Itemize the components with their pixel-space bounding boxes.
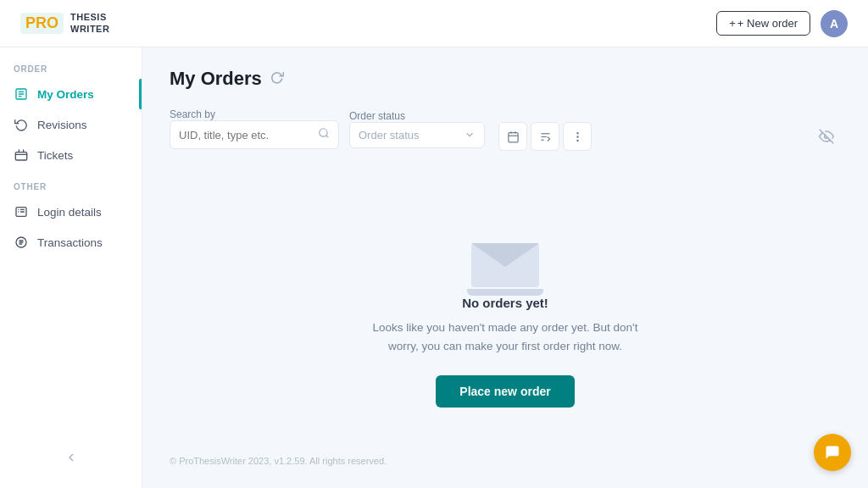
sidebar-item-revisions[interactable]: Revisions — [0, 109, 142, 140]
layout: ORDER My Orders Revisions — [0, 47, 868, 488]
calendar-icon-button[interactable] — [498, 122, 527, 151]
empty-description: Looks like you haven't made any order ye… — [361, 319, 649, 355]
avatar[interactable]: A — [821, 10, 848, 37]
empty-state: No orders yet! Looks like you haven't ma… — [170, 168, 841, 442]
tickets-icon — [14, 147, 29, 163]
refresh-icon[interactable] — [270, 70, 284, 87]
filters-row: Search by Order status Order status — [170, 107, 841, 151]
svg-rect-13 — [508, 132, 517, 141]
status-label: Order status — [349, 110, 485, 122]
header: PRO THESIS WRITER + + New order A — [0, 0, 868, 47]
status-placeholder: Order status — [359, 129, 459, 141]
sidebar-item-tickets[interactable]: Tickets — [0, 140, 142, 170]
sidebar-item-label: Login details — [37, 206, 102, 219]
empty-illustration — [459, 219, 552, 296]
sidebar-section-order: ORDER — [0, 64, 142, 79]
envelope-body — [471, 243, 539, 287]
sidebar-section-other: OTHER — [0, 182, 142, 197]
envelope-shadow — [467, 289, 543, 296]
page-title-row: My Orders — [170, 68, 841, 90]
search-icon — [318, 127, 330, 142]
svg-point-20 — [576, 132, 577, 133]
more-options-button[interactable] — [563, 122, 592, 151]
svg-point-11 — [320, 129, 327, 136]
logo-text: THESIS WRITER — [70, 12, 109, 34]
sort-icon-button[interactable] — [531, 122, 559, 151]
envelope-flap — [471, 243, 539, 267]
sidebar: ORDER My Orders Revisions — [0, 47, 142, 488]
sidebar-item-login-details[interactable]: Login details — [0, 197, 142, 227]
page-title: My Orders — [170, 68, 262, 90]
search-label: Search by — [170, 108, 339, 120]
transactions-icon — [14, 235, 29, 250]
sidebar-item-my-orders[interactable]: My Orders — [0, 79, 142, 109]
plus-icon: + — [729, 17, 736, 30]
logo-pro-badge: PRO — [20, 13, 64, 34]
revisions-icon — [14, 117, 29, 132]
sidebar-item-label: Tickets — [37, 149, 73, 162]
sidebar-item-label: My Orders — [37, 88, 94, 101]
footer-text: © ProThesisWriter 2023, v1.2.59. All rig… — [170, 456, 387, 466]
toolbar-icons — [498, 122, 592, 151]
sidebar-item-label: Transactions — [37, 236, 103, 249]
login-icon — [14, 204, 29, 219]
search-group: Search by — [170, 108, 339, 149]
status-group: Order status Order status — [349, 110, 485, 148]
search-box[interactable] — [170, 120, 339, 149]
sidebar-item-transactions[interactable]: Transactions — [0, 227, 142, 258]
search-input[interactable] — [179, 129, 311, 141]
status-select[interactable]: Order status — [349, 122, 485, 148]
svg-rect-4 — [15, 152, 26, 160]
new-order-button[interactable]: + + New order — [716, 11, 810, 36]
svg-line-12 — [326, 136, 329, 138]
sidebar-item-label: Revisions — [37, 119, 87, 131]
footer: © ProThesisWriter 2023, v1.2.59. All rig… — [170, 442, 841, 468]
orders-icon — [14, 86, 29, 102]
sidebar-collapse-button[interactable] — [0, 444, 142, 471]
header-right: + + New order A — [716, 10, 848, 37]
hide-columns-button[interactable] — [812, 122, 841, 151]
chat-bubble-button[interactable] — [814, 434, 851, 471]
svg-point-21 — [576, 136, 577, 136]
place-new-order-button[interactable]: Place new order — [436, 375, 574, 408]
main-content: My Orders Search by Order status — [142, 47, 868, 488]
svg-point-22 — [576, 140, 577, 141]
empty-title: No orders yet! — [462, 296, 548, 310]
logo: PRO THESIS WRITER — [20, 12, 109, 34]
